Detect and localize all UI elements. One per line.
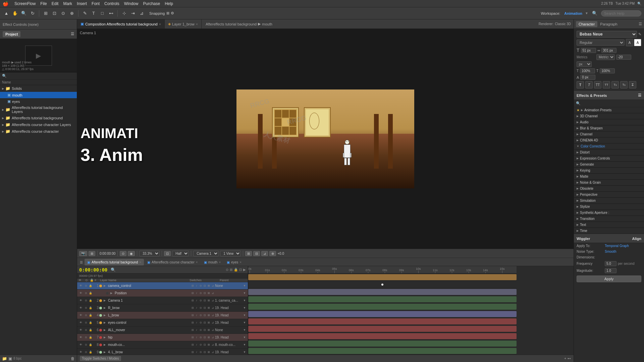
- tool-extra2[interactable]: ⇥: [129, 10, 137, 17]
- solo-icon[interactable]: ⊙: [84, 313, 88, 317]
- breadcrumb-comp[interactable]: Aftereffects tutorial background: [206, 22, 257, 26]
- timeline-tab-close[interactable]: ×: [196, 260, 198, 264]
- layer-row-9[interactable]: 👁 ⊙ 🔒 9 ▶ 4. L_brow ⊟ / ⊙ ⊡ ⊞ ⊿ 19. Head…: [77, 349, 248, 355]
- workspace-value[interactable]: Animation: [564, 11, 582, 15]
- layer-row-2[interactable]: 👁 ⊙ 🔒 2 ▶ Camera 1 ⊟ / ⊙ ⊡ ⊞ ⊿ 1. camera…: [77, 297, 248, 304]
- track-row-9[interactable]: [248, 340, 517, 347]
- eye-icon[interactable]: 👁: [78, 343, 83, 347]
- switch-icon3[interactable]: ⊙: [199, 328, 202, 332]
- switch-icon2[interactable]: /: [195, 328, 198, 332]
- tool-puppet[interactable]: ⊷: [107, 10, 115, 17]
- list-item-ae-bg[interactable]: ▶ 📁 Aftereffects tutorial background: [0, 115, 77, 121]
- expand-icon[interactable]: ▶: [103, 313, 107, 317]
- font-size-input[interactable]: [581, 48, 596, 53]
- switch-icon4[interactable]: ⊡: [203, 299, 206, 303]
- switch-icon[interactable]: ⊟: [191, 299, 194, 303]
- switch-icon2[interactable]: /: [195, 343, 198, 347]
- wiggler-apply-btn[interactable]: Apply: [577, 276, 641, 282]
- eye-icon[interactable]: 👁: [78, 321, 83, 325]
- viewer-ctrl-grid[interactable]: ⊞: [245, 251, 252, 256]
- solo-icon[interactable]: ⊙: [84, 291, 88, 295]
- expand-icon[interactable]: ▶: [103, 299, 107, 303]
- tool-cam2[interactable]: ⊡: [51, 10, 58, 17]
- eye-icon[interactable]: 👁: [78, 299, 83, 303]
- switch-icon4[interactable]: ⊡: [203, 284, 206, 288]
- expand-icon[interactable]: ▶: [103, 306, 107, 310]
- menu-mark[interactable]: Mark: [63, 1, 72, 6]
- list-item-ae-char[interactable]: ▶ 📁 Aftereffects course character: [0, 128, 77, 135]
- font-edit-icon[interactable]: ✎: [638, 32, 641, 37]
- parent-chevron[interactable]: ▼: [243, 343, 247, 347]
- tool-cam4[interactable]: ⊕: [68, 10, 75, 17]
- switch-icon5[interactable]: ⊞: [207, 321, 210, 325]
- tab-comp-bg[interactable]: ▣ Composition Aftereffects tutorial back…: [77, 19, 165, 29]
- effects-cat-distort[interactable]: ▶ Distort: [574, 149, 644, 156]
- viewer-ctrl-snapshot[interactable]: 📷: [79, 251, 87, 256]
- effects-cat-synthetic[interactable]: ▶ Synthetic Aperture :: [574, 210, 644, 216]
- effects-cat-audio[interactable]: ▶ Audio: [574, 119, 644, 125]
- tool-extra3[interactable]: ⊿: [138, 10, 145, 17]
- menu-file[interactable]: File: [40, 1, 47, 6]
- solo-icon[interactable]: ⊙: [84, 299, 88, 303]
- switch-icon2[interactable]: /: [195, 321, 198, 325]
- switch-icon[interactable]: ⊟: [191, 343, 194, 347]
- layer-row-6[interactable]: 👁 ⊙ 🔒 6 ▶ ALL_mover ⊟ / ⊙ ⊡ ⊞ ⊿ None ▼: [77, 326, 248, 334]
- effects-cat-time[interactable]: ▶ Time: [574, 228, 644, 234]
- layer-row-7[interactable]: 👁 ⊙ 🔒 7 ▶ hip ⊟ / ⊙ ⊡ ⊞ ⊿ 19. Head ▼: [77, 334, 248, 341]
- font-swatch-2[interactable]: A: [634, 39, 641, 46]
- switch-icon2[interactable]: /: [195, 291, 198, 295]
- switch-icon[interactable]: ⊟: [191, 291, 194, 295]
- switch-icon2[interactable]: /: [195, 313, 198, 317]
- switch-icon6[interactable]: ⊿: [211, 306, 214, 310]
- track-row-4[interactable]: [248, 303, 517, 310]
- project-search[interactable]: 🔍: [0, 72, 77, 80]
- lock-icon[interactable]: 🔒: [89, 299, 93, 303]
- effects-cat-channel[interactable]: ▶ Channel: [574, 131, 644, 137]
- eye-icon[interactable]: 👁: [78, 336, 83, 340]
- solo-icon[interactable]: ⊙: [226, 268, 228, 272]
- lock-icon[interactable]: 🔒: [89, 306, 93, 310]
- wiggler-mag-input[interactable]: [605, 268, 616, 273]
- switch-icon6[interactable]: ⊿: [211, 313, 214, 317]
- parent-chevron[interactable]: ▼: [243, 284, 247, 288]
- zoom-select[interactable]: 33.3%: [139, 251, 160, 256]
- switch-icon2[interactable]: /: [195, 350, 198, 354]
- effects-cat-noise[interactable]: ▶ Noise & Grain: [574, 180, 644, 186]
- eye-icon[interactable]: 👁: [78, 306, 83, 310]
- tool-cam1[interactable]: ⊞: [42, 10, 49, 17]
- viewer-ctrl-toggle[interactable]: ⊞: [89, 251, 95, 256]
- eye-icon[interactable]: 👁: [78, 291, 83, 295]
- project-menu-icon[interactable]: ☰: [71, 32, 74, 36]
- track-row-6[interactable]: [248, 318, 517, 325]
- lock-icon[interactable]: 🔒: [89, 328, 93, 332]
- effects-cat-cinema4d[interactable]: ▶ CINEMA 4D: [574, 137, 644, 143]
- lock-icon[interactable]: 🔒: [89, 343, 93, 347]
- menu-help[interactable]: Help: [165, 1, 173, 6]
- tab-layer-brow[interactable]: ◈ Layer 1_brow ×: [165, 19, 202, 29]
- switch-icon6[interactable]: ⊿: [211, 350, 214, 354]
- tool-pen[interactable]: ✎: [81, 10, 89, 17]
- list-item-mouth[interactable]: ▣ mouth: [0, 92, 77, 98]
- parent-chevron[interactable]: ▼: [243, 321, 247, 325]
- scale-h-input[interactable]: [580, 68, 595, 73]
- viewer-ctrl-preview[interactable]: ◉: [128, 251, 135, 256]
- menu-controls[interactable]: Controls: [104, 1, 119, 6]
- solo-icon[interactable]: ⊙: [84, 306, 88, 310]
- time-display[interactable]: 0:00:00:00: [79, 267, 107, 273]
- snap-icon[interactable]: ⊞: [230, 268, 232, 272]
- toggle-switches-btn[interactable]: Toggle Switches / Modes: [80, 356, 121, 361]
- char-panel-menu[interactable]: ☰: [639, 22, 642, 26]
- solo-icon[interactable]: ⊙: [84, 336, 88, 340]
- switch-icon5[interactable]: ⊞: [207, 343, 210, 347]
- parent-chevron[interactable]: ▼: [243, 336, 247, 340]
- switch-icon6[interactable]: ⊿: [211, 299, 214, 303]
- switch-icon2[interactable]: /: [195, 306, 198, 310]
- switch-icon3[interactable]: ⊙: [199, 343, 202, 347]
- tool-zoom[interactable]: 🔍: [20, 10, 28, 17]
- tool-shape[interactable]: □: [99, 10, 106, 17]
- effects-cat-transition[interactable]: ▶ Transition: [574, 216, 644, 222]
- viewer-ctrl-masks[interactable]: ⊿: [261, 251, 268, 256]
- parent-chevron[interactable]: ▼: [243, 291, 247, 295]
- lock-icon[interactable]: 🔒: [234, 268, 238, 272]
- list-item-solids[interactable]: ▶ 📁 Solids: [0, 85, 77, 92]
